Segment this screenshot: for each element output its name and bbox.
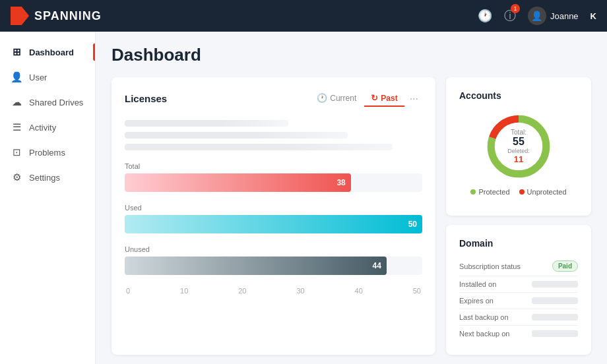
current-icon: 🕐: [317, 93, 327, 103]
x-label-50: 50: [413, 287, 421, 295]
help-icon[interactable]: ⓘ 1: [504, 8, 516, 24]
licenses-card: Licenses 🕐 Current ↻ Past ···: [112, 77, 435, 355]
domain-row-subscription: Subscription status Paid: [459, 257, 578, 276]
bar-total-value: 38: [336, 178, 345, 187]
bar-total-fill: 38: [125, 173, 351, 192]
notification-badge: 1: [511, 4, 520, 13]
bar-used: Used 50: [125, 204, 422, 233]
skeleton-line-3: [125, 144, 393, 150]
activity-icon: ☰: [11, 121, 22, 133]
tab-past[interactable]: ↻ Past: [364, 90, 404, 107]
licenses-title: Licenses: [125, 93, 167, 104]
next-backup-value: [532, 330, 578, 337]
x-label-30: 30: [296, 287, 304, 295]
tab-past-label: Past: [381, 94, 397, 103]
installed-value: [532, 281, 578, 288]
sidebar-label-problems: Problems: [29, 148, 65, 158]
unprotected-dot: [519, 189, 525, 195]
donut-center: Total: 55 Deleted: 11: [507, 129, 530, 164]
topnav: SPANNING 🕐 ⓘ 1 👤 Joanne K: [0, 0, 607, 32]
legend: Protected Unprotected: [470, 188, 566, 196]
expires-value: [532, 297, 578, 304]
bar-total-track: 38: [125, 173, 422, 192]
domain-title: Domain: [459, 238, 578, 249]
main-layout: ⊞ Dashboard 👤 User ☁ Shared Drives ☰ Act…: [0, 32, 607, 364]
sidebar-item-problems[interactable]: ⊡ Problems: [0, 140, 95, 165]
user-avatar: 👤: [528, 7, 546, 25]
logo-text: SPANNING: [34, 9, 102, 23]
total-label: Total:: [507, 129, 530, 136]
tab-current-label: Current: [330, 94, 356, 103]
donut-container: Total: 55 Deleted: 11 Protected: [459, 110, 578, 196]
cards-row: Licenses 🕐 Current ↻ Past ···: [112, 77, 591, 355]
bar-total: Total 38: [125, 162, 422, 192]
total-value: 55: [507, 136, 530, 148]
more-button[interactable]: ···: [406, 92, 422, 106]
bar-unused-track: 44: [125, 257, 422, 275]
dashboard-icon: ⊞: [11, 46, 22, 58]
legend-unprotected: Unprotected: [519, 188, 567, 196]
next-backup-label: Next backup on: [459, 330, 509, 338]
sidebar-item-activity[interactable]: ☰ Activity: [0, 115, 95, 140]
bar-used-label: Used: [125, 204, 422, 212]
protected-dot: [470, 189, 476, 195]
deleted-value: 11: [507, 154, 530, 164]
x-label-10: 10: [180, 287, 188, 295]
x-label-0: 0: [126, 287, 130, 295]
legend-protected: Protected: [470, 188, 509, 196]
history-icon[interactable]: 🕐: [478, 9, 492, 23]
domain-row-last-backup: Last backup on: [459, 309, 578, 326]
donut-chart: Total: 55 Deleted: 11: [482, 110, 555, 183]
right-panel: Accounts Tota: [446, 77, 591, 355]
installed-label: Installed on: [459, 280, 496, 288]
sidebar-label-dashboard: Dashboard: [29, 47, 74, 57]
domain-row-next-backup: Next backup on: [459, 326, 578, 342]
domain-card: Domain Subscription status Paid Installe…: [446, 225, 591, 355]
bar-used-fill: 50: [125, 215, 422, 233]
unprotected-label: Unprotected: [527, 188, 567, 196]
expires-label: Expires on: [459, 297, 494, 305]
skeleton-line-2: [125, 132, 348, 138]
licenses-card-header: Licenses 🕐 Current ↻ Past ···: [125, 90, 422, 107]
user-k-icon[interactable]: K: [591, 11, 596, 21]
problems-icon: ⊡: [11, 146, 22, 158]
bar-unused-label: Unused: [125, 245, 422, 253]
logo: SPANNING: [11, 7, 102, 25]
domain-row-installed: Installed on: [459, 276, 578, 293]
bars-section: Total 38 Used 50: [125, 162, 422, 275]
accounts-card: Accounts Tota: [446, 77, 591, 216]
sidebar-item-dashboard[interactable]: ⊞ Dashboard: [0, 40, 95, 65]
content-area: Dashboard Licenses 🕐 Current ↻ Past: [96, 32, 607, 364]
logo-icon: [11, 7, 29, 25]
sidebar-item-shared-drives[interactable]: ☁ Shared Drives: [0, 90, 95, 115]
domain-row-expires: Expires on: [459, 293, 578, 309]
deleted-label: Deleted:: [507, 148, 530, 154]
x-axis: 0 10 20 30 40 50: [125, 287, 422, 295]
settings-icon: ⚙: [11, 171, 22, 183]
bar-unused-fill: 44: [125, 257, 387, 275]
sidebar-item-user[interactable]: 👤 User: [0, 65, 95, 90]
past-icon: ↻: [371, 93, 378, 103]
last-backup-value: [532, 314, 578, 320]
sidebar-label-user: User: [29, 73, 47, 82]
bar-unused-value: 44: [373, 261, 381, 270]
bar-unused: Unused 44: [125, 245, 422, 275]
user-menu[interactable]: 👤 Joanne: [528, 7, 579, 25]
sidebar-item-settings[interactable]: ⚙ Settings: [0, 165, 95, 190]
skeleton-line-1: [125, 120, 288, 127]
protected-label: Protected: [478, 188, 509, 196]
subscription-label: Subscription status: [459, 262, 521, 270]
tab-current[interactable]: 🕐 Current: [310, 90, 363, 107]
user-icon: 👤: [11, 71, 22, 83]
sidebar: ⊞ Dashboard 👤 User ☁ Shared Drives ☰ Act…: [0, 32, 96, 364]
bar-used-track: 50: [125, 215, 422, 233]
sidebar-label-activity: Activity: [29, 123, 56, 133]
x-label-20: 20: [238, 287, 246, 295]
subscription-badge: Paid: [552, 260, 578, 272]
loading-lines: [125, 120, 422, 150]
x-label-40: 40: [355, 287, 363, 295]
topnav-actions: 🕐 ⓘ 1 👤 Joanne K: [478, 7, 596, 25]
bar-total-label: Total: [125, 162, 422, 170]
user-name: Joanne: [550, 11, 579, 21]
last-backup-label: Last backup on: [459, 313, 509, 321]
